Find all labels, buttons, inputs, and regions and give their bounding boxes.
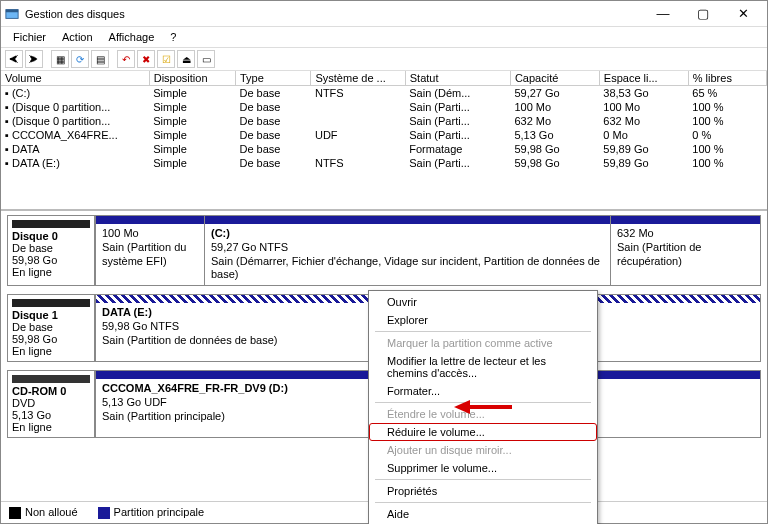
cell: NTFS xyxy=(311,156,405,170)
menu-file[interactable]: Fichier xyxy=(7,29,52,45)
app-icon xyxy=(5,7,19,21)
cell: Simple xyxy=(149,142,235,156)
part-status: Sain (Partition de données de base) xyxy=(102,334,278,346)
layout-icon[interactable]: ▭ xyxy=(197,50,215,68)
cell: De base xyxy=(235,86,310,101)
cell: 59,89 Go xyxy=(599,156,688,170)
cell: De base xyxy=(235,156,310,170)
cell: 100 Mo xyxy=(599,100,688,114)
table-row[interactable]: ▪ CCCOMA_X64FRE...SimpleDe baseUDFSain (… xyxy=(1,128,767,142)
col-layout[interactable]: Disposition xyxy=(149,71,235,86)
table-row[interactable]: ▪ DATASimpleDe baseFormatage59,98 Go59,8… xyxy=(1,142,767,156)
ctx-separator xyxy=(375,331,591,332)
col-pctfree[interactable]: % libres xyxy=(688,71,766,86)
titlebar: Gestion des disques — ▢ ✕ xyxy=(1,1,767,27)
table-row[interactable]: ▪ (Disque 0 partition...SimpleDe baseSai… xyxy=(1,114,767,128)
ctx-separator xyxy=(375,479,591,480)
ctx-open[interactable]: Ouvrir xyxy=(369,293,597,311)
cell: 0 % xyxy=(688,128,766,142)
cell: 59,89 Go xyxy=(599,142,688,156)
disk-parts-0: 100 Mo Sain (Partition du système EFI) (… xyxy=(95,215,761,286)
properties-icon[interactable]: ☑ xyxy=(157,50,175,68)
forward-icon[interactable]: ⮞ xyxy=(25,50,43,68)
menu-action[interactable]: Action xyxy=(56,29,99,45)
partition-stripe xyxy=(611,216,760,224)
cell: 0 Mo xyxy=(599,128,688,142)
table-row[interactable]: ▪ (C:)SimpleDe baseNTFSSain (Dém...59,27… xyxy=(1,86,767,101)
refresh-icon[interactable]: ⟳ xyxy=(71,50,89,68)
cell: Simple xyxy=(149,86,235,101)
grid-icon[interactable]: ▦ xyxy=(51,50,69,68)
cell xyxy=(311,114,405,128)
cell: Simple xyxy=(149,156,235,170)
cell: Simple xyxy=(149,100,235,114)
cell: De base xyxy=(235,128,310,142)
disk-title: CD-ROM 0 xyxy=(12,385,66,397)
disk-size: 5,13 Go xyxy=(12,409,51,421)
cell: ▪ CCCOMA_X64FRE... xyxy=(1,128,149,142)
cell: UDF xyxy=(311,128,405,142)
menu-view[interactable]: Affichage xyxy=(103,29,161,45)
partition[interactable]: (C:) 59,27 Go NTFS Sain (Démarrer, Fichi… xyxy=(205,215,611,286)
volume-table: Volume Disposition Type Système de ... S… xyxy=(1,71,767,170)
cell: Sain (Parti... xyxy=(405,100,510,114)
cell: 59,98 Go xyxy=(510,142,599,156)
part-size: 59,27 Go NTFS xyxy=(211,241,288,253)
eject-icon[interactable]: ⏏ xyxy=(177,50,195,68)
cell: 100 % xyxy=(688,156,766,170)
close-button[interactable]: ✕ xyxy=(723,2,763,26)
part-size: 100 Mo xyxy=(102,227,198,241)
disk-kind: De base xyxy=(12,321,53,333)
ctx-delete[interactable]: Supprimer le volume... xyxy=(369,459,597,477)
col-fs[interactable]: Système de ... xyxy=(311,71,405,86)
back-icon[interactable]: ⮜ xyxy=(5,50,23,68)
disk-header-0[interactable]: Disque 0 De base 59,98 Go En ligne xyxy=(7,215,95,286)
cell xyxy=(311,142,405,156)
disk-state: En ligne xyxy=(12,345,52,357)
part-status: Sain (Démarrer, Fichier d'échange, Vidag… xyxy=(211,255,600,281)
table-row[interactable]: ▪ DATA (E:)SimpleDe baseNTFSSain (Parti.… xyxy=(1,156,767,170)
ctx-explore[interactable]: Explorer xyxy=(369,311,597,329)
maximize-button[interactable]: ▢ xyxy=(683,2,723,26)
ctx-help[interactable]: Aide xyxy=(369,505,597,523)
disk-header-cd0[interactable]: CD-ROM 0 DVD 5,13 Go En ligne xyxy=(7,370,95,438)
ctx-shrink[interactable]: Réduire le volume... xyxy=(369,423,597,441)
disk-title: Disque 0 xyxy=(12,230,58,242)
cell: 59,27 Go xyxy=(510,86,599,101)
volume-table-header: Volume Disposition Type Système de ... S… xyxy=(1,71,767,86)
col-type[interactable]: Type xyxy=(235,71,310,86)
cell: De base xyxy=(235,142,310,156)
part-status: Sain (Partition de récupération) xyxy=(617,241,754,269)
list-icon[interactable]: ▤ xyxy=(91,50,109,68)
delete-icon[interactable]: ✖ xyxy=(137,50,155,68)
ctx-properties[interactable]: Propriétés xyxy=(369,482,597,500)
cell: 100 Mo xyxy=(510,100,599,114)
undo-icon[interactable]: ↶ xyxy=(117,50,135,68)
table-row[interactable]: ▪ (Disque 0 partition...SimpleDe baseSai… xyxy=(1,100,767,114)
ctx-change-letter[interactable]: Modifier la lettre de lecteur et les che… xyxy=(369,352,597,382)
col-free[interactable]: Espace li... xyxy=(599,71,688,86)
partition-stripe xyxy=(96,216,204,224)
col-status[interactable]: Statut xyxy=(405,71,510,86)
col-volume[interactable]: Volume xyxy=(1,71,149,86)
toolbar-separator xyxy=(45,50,49,68)
cell: Simple xyxy=(149,128,235,142)
disk-kind: DVD xyxy=(12,397,35,409)
disk-title: Disque 1 xyxy=(12,309,58,321)
cell: 100 % xyxy=(688,142,766,156)
disk-size: 59,98 Go xyxy=(12,333,57,345)
part-status: Sain (Partition principale) xyxy=(102,410,225,422)
toolbar-separator xyxy=(111,50,115,68)
partition[interactable]: 100 Mo Sain (Partition du système EFI) xyxy=(95,215,205,286)
toolbar: ⮜ ⮞ ▦ ⟳ ▤ ↶ ✖ ☑ ⏏ ▭ xyxy=(1,48,767,71)
cell: NTFS xyxy=(311,86,405,101)
disk-header-1[interactable]: Disque 1 De base 59,98 Go En ligne xyxy=(7,294,95,362)
cell: 100 % xyxy=(688,100,766,114)
minimize-button[interactable]: — xyxy=(643,2,683,26)
cell: 632 Mo xyxy=(599,114,688,128)
svg-rect-1 xyxy=(6,9,18,12)
menu-help[interactable]: ? xyxy=(164,29,182,45)
cell: 65 % xyxy=(688,86,766,101)
partition[interactable]: 632 Mo Sain (Partition de récupération) xyxy=(611,215,761,286)
col-capacity[interactable]: Capacité xyxy=(510,71,599,86)
